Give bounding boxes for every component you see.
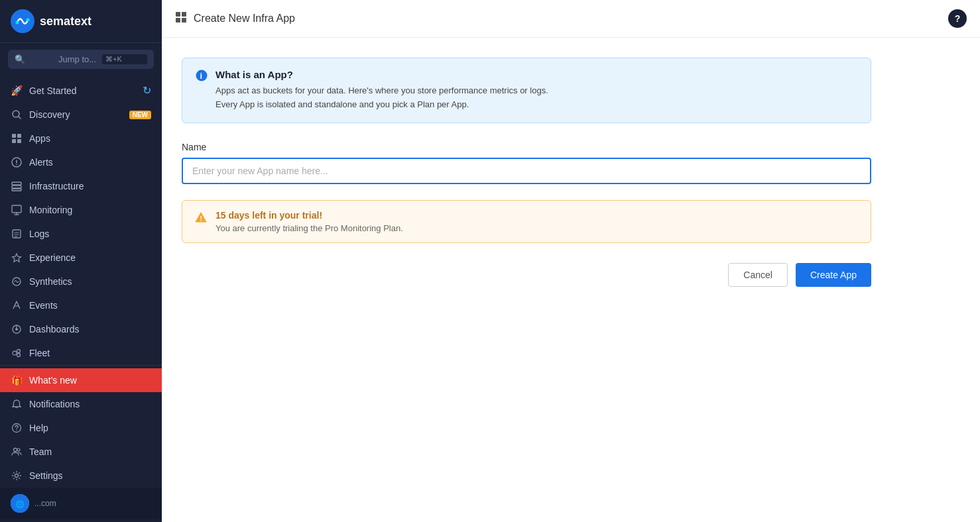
sidebar-item-help[interactable]: Help (0, 416, 162, 440)
sidebar-item-synthetics[interactable]: Synthetics (0, 270, 162, 293)
topbar-icon (175, 11, 187, 26)
sidebar-item-label: Experience (29, 252, 151, 263)
sidebar-nav: 🚀 Get Started ↻ Discovery NEW Apps Alert… (0, 76, 162, 365)
info-icon: i (196, 70, 208, 112)
user-email: ...com (34, 499, 151, 508)
team-icon (11, 446, 23, 458)
svg-rect-14 (12, 189, 21, 191)
alerts-icon (11, 156, 23, 168)
sidebar-item-label: Apps (29, 133, 151, 144)
sidebar-item-fleet[interactable]: Fleet (0, 341, 162, 365)
trial-warning-icon: ! (194, 211, 208, 227)
svg-rect-6 (17, 134, 21, 138)
trial-box: ! 15 days left in your trial! You are cu… (182, 200, 871, 243)
svg-rect-38 (182, 12, 186, 17)
svg-point-27 (13, 351, 17, 355)
sidebar-item-notifications[interactable]: Notifications (0, 392, 162, 416)
sidebar-item-logs[interactable]: Logs (0, 222, 162, 246)
notifications-label: Notifications (29, 399, 151, 409)
sidebar-item-label: Alerts (29, 157, 151, 168)
info-box: i What is an App? Apps act as buckets fo… (182, 58, 871, 123)
svg-rect-7 (12, 139, 16, 143)
discovery-icon (11, 109, 23, 121)
cancel-button[interactable]: Cancel (728, 263, 788, 287)
svg-rect-5 (12, 134, 16, 138)
svg-text:!: ! (200, 215, 202, 223)
sidebar-item-label: Get Started (29, 85, 136, 96)
sidebar-item-infrastructure[interactable]: Infrastructure (0, 174, 162, 198)
new-badge: NEW (129, 111, 151, 119)
name-label: Name (182, 142, 871, 152)
search-placeholder: Jump to... (58, 54, 97, 64)
svg-point-2 (27, 19, 30, 22)
help-icon (11, 422, 23, 434)
sidebar-item-label: Dashboards (29, 324, 151, 335)
help-button[interactable]: ? (948, 9, 967, 28)
get-started-icon: 🚀 (11, 85, 23, 97)
notifications-icon (11, 398, 23, 410)
monitoring-icon (11, 204, 23, 216)
sidebar-item-label: Logs (29, 229, 151, 239)
svg-point-25 (15, 328, 18, 331)
sidebar-item-alerts[interactable]: Alerts (0, 150, 162, 174)
experience-icon (11, 252, 23, 264)
fleet-icon (11, 347, 23, 359)
help-label: Help (29, 423, 151, 433)
main-content: Create New Infra App ? i What is an App?… (162, 0, 980, 522)
synthetics-icon (11, 276, 23, 287)
info-desc-line2: Every App is isolated and standalone and… (215, 98, 548, 112)
svg-point-31 (16, 429, 17, 431)
svg-text:i: i (200, 71, 203, 81)
sidebar-item-label: Discovery (29, 109, 123, 120)
svg-text:🌐: 🌐 (15, 499, 25, 509)
svg-rect-8 (17, 139, 21, 143)
logo-text: sematext (40, 15, 92, 28)
svg-line-4 (19, 117, 21, 119)
dashboards-icon (11, 323, 23, 335)
sidebar-item-label: Synthetics (29, 276, 151, 287)
page-content: i What is an App? Apps act as buckets fo… (162, 38, 891, 307)
svg-rect-39 (176, 18, 180, 23)
name-form-group: Name (182, 142, 871, 184)
sidebar-item-team[interactable]: Team (0, 440, 162, 464)
sidebar-item-settings[interactable]: Settings (0, 464, 162, 488)
logo-icon (11, 9, 34, 33)
svg-point-29 (17, 354, 21, 357)
apps-icon (11, 132, 23, 144)
info-content: What is an App? Apps act as buckets for … (215, 69, 548, 112)
sidebar-item-monitoring[interactable]: Monitoring (0, 198, 162, 222)
svg-point-11 (16, 164, 17, 166)
whats-new-label: What's new (29, 375, 77, 386)
trial-content: 15 days left in your trial! You are curr… (215, 210, 403, 233)
action-buttons: Cancel Create App (182, 263, 871, 287)
user-avatar: 🌐 (11, 494, 29, 513)
sidebar-item-experience[interactable]: Experience (0, 246, 162, 270)
svg-rect-13 (12, 185, 21, 188)
svg-point-34 (15, 474, 19, 478)
svg-rect-37 (176, 12, 180, 17)
sidebar: sematext 🔍 Jump to... ⌘+K 🚀 Get Started … (0, 0, 162, 522)
settings-label: Settings (29, 470, 151, 481)
sidebar-item-discovery[interactable]: Discovery NEW (0, 103, 162, 127)
search-shortcut: ⌘+K (102, 54, 147, 64)
svg-rect-12 (12, 182, 21, 185)
sidebar-item-whats-new[interactable]: 🎁 What's new (0, 368, 162, 392)
logs-icon (11, 228, 23, 240)
sidebar-search[interactable]: 🔍 Jump to... ⌘+K (8, 50, 154, 69)
svg-point-1 (16, 21, 19, 25)
trial-desc: You are currently trialing the Pro Monit… (215, 223, 403, 233)
sidebar-item-dashboards[interactable]: Dashboards (0, 317, 162, 341)
topbar: Create New Infra App ? (162, 0, 980, 38)
create-app-button[interactable]: Create App (796, 263, 871, 287)
refresh-icon: ↻ (143, 84, 151, 97)
info-desc-line1: Apps act as buckets for your data. Here'… (215, 84, 548, 98)
topbar-title: Create New Infra App (194, 13, 942, 25)
team-label: Team (29, 446, 151, 457)
sidebar-item-events[interactable]: Events (0, 293, 162, 317)
svg-rect-15 (12, 205, 21, 213)
sidebar-logo: sematext (0, 0, 162, 43)
app-name-input[interactable] (182, 158, 871, 184)
info-title: What is an App? (215, 69, 548, 80)
sidebar-item-get-started[interactable]: 🚀 Get Started ↻ (0, 78, 162, 103)
sidebar-item-apps[interactable]: Apps (0, 127, 162, 150)
